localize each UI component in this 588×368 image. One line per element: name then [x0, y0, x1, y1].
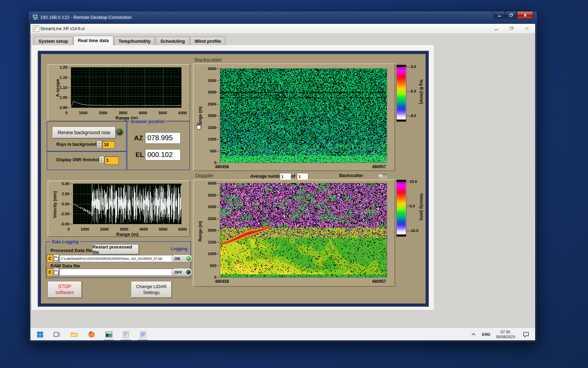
doppler-colorbar-tick: 10.0	[407, 179, 418, 184]
close-button[interactable]	[517, 12, 533, 19]
tab-system-setup[interactable]: System setup	[34, 36, 73, 45]
raw-browse-button[interactable]	[53, 268, 59, 276]
doppler-y-tick: 2500	[208, 217, 219, 221]
ascope-x-tick: 4000	[139, 111, 147, 115]
raw-logging-led	[187, 270, 190, 274]
renew-background-button[interactable]: Renew background now	[52, 127, 116, 138]
firefox-icon	[88, 331, 95, 338]
restart-processed-file-button[interactable]: Restart processed file	[92, 244, 139, 254]
app-titlebar[interactable]: StreamLine XR v14-6.vi	[30, 24, 535, 34]
folder-icon	[54, 257, 58, 261]
tab-temp-humidity[interactable]: Temp/humidity	[114, 36, 155, 45]
doppler-y-tick: 3500	[208, 193, 219, 197]
raw-path-field[interactable]	[59, 268, 174, 276]
backscatter-colorbar-tick: -3.0	[407, 64, 416, 69]
backscatter-colorbar-ticks: -3.0-5.5-8.0	[407, 64, 416, 118]
language-indicator[interactable]: ENG	[480, 328, 492, 340]
raw-logging-toggle[interactable]: OFF	[172, 268, 192, 276]
processed-drive-selector[interactable]: C	[47, 254, 53, 263]
logging-label: Logging	[171, 246, 187, 251]
remote-desktop-icon	[33, 14, 39, 20]
hand-cursor	[195, 122, 202, 130]
backscatter-y-tick: 1500	[208, 125, 219, 130]
el-value-field[interactable]: 000.102	[145, 149, 181, 161]
settings-line2: Settings	[143, 289, 160, 295]
off-label: OFF	[174, 270, 182, 274]
velocity-x-tick: 6000	[178, 227, 187, 231]
notifications-button[interactable]	[519, 328, 533, 340]
desktop: 192.168.0.122 - Remote Desktop Connectio…	[0, 0, 588, 368]
remote-session: StreamLine XR v14-6.vi System setup Real…	[30, 24, 535, 340]
velocity-y-tick: 5.00	[62, 182, 72, 186]
doppler-colorbar	[397, 182, 406, 235]
velocity-y-tick: -5.00	[61, 222, 72, 226]
folder-icon	[54, 271, 58, 274]
folder-icon	[71, 332, 78, 337]
doppler-y-tick: 500	[210, 264, 219, 268]
velocity-x-tick: 4000	[139, 227, 148, 231]
app-restore-button[interactable]	[506, 25, 517, 32]
task-view-icon	[54, 332, 60, 337]
backscatter-y-tick: 2500	[208, 102, 219, 106]
snr-spinner[interactable]: ▲▼	[99, 156, 104, 164]
document-icon	[123, 331, 129, 338]
az-value-field[interactable]: 078.995	[145, 132, 181, 144]
scan-schedule-button[interactable]	[118, 328, 133, 340]
velocity-x-ticks: 0100020003000400050006000	[68, 227, 187, 231]
raw-drive-selector[interactable]: C	[47, 268, 53, 276]
remote-taskbar: ENG 07:30 30/08/2023	[30, 328, 535, 340]
streamline-app-button[interactable]	[102, 328, 116, 340]
scanner-position-title: Scanner position	[129, 119, 166, 124]
rays-value-field[interactable]: 10	[102, 141, 115, 149]
task-view-button[interactable]	[49, 328, 64, 340]
velocity-y-tick: 2.50	[62, 192, 72, 196]
ascope-y-tick: 1.05	[60, 95, 70, 100]
minimize-button[interactable]	[494, 12, 505, 19]
file-explorer-button[interactable]	[67, 328, 82, 340]
rays-spinner[interactable]: ▲▼	[97, 141, 102, 148]
ascope-plot	[71, 67, 181, 108]
processed-path-field[interactable]: C:\Lidar\Data\Proc\2023\202308\20230830\…	[59, 255, 174, 262]
average-number-field[interactable]: 1	[280, 173, 291, 180]
velocity-x-tick: 3000	[120, 227, 128, 231]
backscatter-colorbar-label: log B (/m/sr)	[419, 80, 424, 104]
ascope-y-label: A-scope	[55, 79, 60, 97]
ascope-x-tick: 2000	[99, 111, 107, 115]
stop-software-button[interactable]: STOP software	[48, 281, 82, 298]
processed-browse-button[interactable]	[53, 254, 59, 263]
rdp-titlebar[interactable]: 192.168.0.122 - Remote Desktop Connectio…	[28, 12, 537, 23]
velocity-y-ticks: 5.002.500.00-2.50-5.00	[56, 182, 72, 226]
velocity-x-label: Range (m)	[116, 232, 139, 237]
doppler-y-tick: 4000	[208, 181, 219, 185]
tab-scheduling[interactable]: Scheduling	[156, 36, 189, 45]
change-lidar-settings-button[interactable]: Change LiDAR Settings	[131, 281, 172, 298]
average-total-field[interactable]: 1	[297, 173, 308, 180]
doppler-colorbar-tick: -10.0	[407, 229, 418, 233]
ascope-y-tick: 1.15	[60, 75, 70, 80]
backscatter-toggle-label: Backscatter	[339, 173, 363, 178]
settings-line1: Change LiDAR	[136, 284, 167, 289]
clock[interactable]: 07:30 30/08/2023	[492, 328, 518, 340]
notepad-button[interactable]	[135, 328, 150, 340]
backscatter-display-toggle[interactable]	[378, 174, 388, 178]
velocity-plot	[73, 184, 181, 224]
backscatter-y-tick: 4000	[208, 67, 219, 71]
firefox-button[interactable]	[84, 328, 99, 340]
restore-button[interactable]	[505, 12, 517, 19]
windows-logo-icon	[37, 332, 43, 338]
tab-wind-profile[interactable]: Wind profile	[190, 36, 225, 45]
of-label: of	[291, 174, 295, 179]
tray-expand-button[interactable]	[468, 328, 479, 340]
app-close-button[interactable]	[522, 25, 532, 32]
app-minimize-button[interactable]	[491, 25, 502, 32]
velocity-x-tick: 1000	[80, 227, 89, 231]
backscatter-title: Backscatter	[195, 57, 222, 63]
processed-logging-toggle[interactable]: ON	[172, 254, 192, 263]
start-button[interactable]	[33, 328, 47, 340]
vi-file-icon	[33, 26, 39, 32]
velocity-x-tick: 0	[68, 227, 70, 231]
app-window-icon	[105, 332, 112, 338]
tab-real-time-data[interactable]: Real time data	[74, 36, 113, 46]
snr-value-field[interactable]: 1	[105, 156, 119, 165]
velocity-x-tick: 5000	[159, 227, 167, 231]
